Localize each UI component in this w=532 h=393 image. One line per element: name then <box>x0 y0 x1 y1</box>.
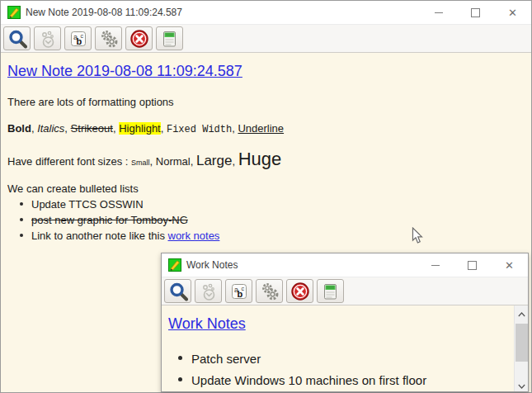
small-sample: Small <box>131 159 150 167</box>
spellcheck-button[interactable]: a c b <box>225 279 252 303</box>
close-button[interactable]: ✕ <box>494 1 531 24</box>
scroll-down-button[interactable] <box>515 377 528 391</box>
bullet-icon <box>178 356 182 360</box>
main-window-controls: ✕ <box>420 1 531 24</box>
work-notes-window: Work Notes ✕ a <box>161 253 529 392</box>
bold-sample: Bold <box>7 122 31 135</box>
bullet-icon <box>20 218 23 221</box>
notebook-button[interactable] <box>156 26 183 50</box>
search-icon <box>7 29 27 49</box>
list-item: Link to another note like this work note… <box>7 230 525 242</box>
bullet-icon <box>178 377 182 381</box>
close-button[interactable]: ✕ <box>491 253 528 277</box>
work-note-editor[interactable]: Work Notes Patch server Update Windows 1… <box>162 305 528 391</box>
minimize-icon <box>435 12 443 13</box>
scroll-up-button[interactable] <box>515 305 528 320</box>
scroll-down-icon <box>518 377 525 392</box>
strikeout-sample: Strikeout <box>71 122 113 135</box>
search-button[interactable] <box>164 279 191 303</box>
underline-sample: Underline <box>238 122 284 135</box>
separator: , <box>191 155 196 168</box>
highlight-sample: Highlight <box>119 122 161 135</box>
scroll-up-icon <box>518 305 525 320</box>
separator: , <box>150 155 156 168</box>
spellcheck-abc-icon: a c b <box>68 29 88 49</box>
main-titlebar[interactable]: New Note 2019-08-08 11:09:24.587 ✕ <box>1 1 531 25</box>
bullet-icon <box>20 234 23 237</box>
separator: , <box>161 122 167 135</box>
spellcheck-button[interactable]: a c b <box>64 26 92 50</box>
gears-icon <box>99 29 119 49</box>
huge-sample: Huge <box>238 149 282 170</box>
maximize-icon <box>468 261 477 270</box>
bulleted-list-block: We can create bulleted lists Update TTCS… <box>7 182 525 242</box>
work-notes-link[interactable]: work notes <box>168 230 220 242</box>
formatting-samples-line: Bold, Italics, Strikeout, Highlight, Fix… <box>7 122 525 135</box>
main-toolbar: a c b <box>1 25 531 53</box>
search-button[interactable] <box>3 26 31 50</box>
note-title-link[interactable]: New Note 2019-08-08 11:09:24.587 <box>7 63 242 80</box>
work-titlebar[interactable]: Work Notes ✕ <box>162 253 528 277</box>
work-window-controls: ✕ <box>417 253 528 277</box>
scrollbar-thumb[interactable] <box>516 324 528 362</box>
search-icon <box>168 282 188 301</box>
list-intro: We can create bulleted lists <box>7 182 525 195</box>
delete-note-button[interactable] <box>125 26 153 50</box>
note-title-link[interactable]: Work Notes <box>168 315 246 333</box>
work-bulleted-list: Patch server Update Windows 10 machines … <box>168 352 510 387</box>
separator: , <box>232 155 238 168</box>
minimize-button[interactable] <box>420 1 457 24</box>
dropdown-button[interactable] <box>34 26 61 50</box>
spellcheck-abc-icon: a c b <box>229 282 249 301</box>
main-window-title: New Note 2019-08-08 11:09:24.587 <box>26 7 182 18</box>
notebook-icon <box>321 282 341 301</box>
minimize-button[interactable] <box>417 253 454 277</box>
delete-note-button[interactable] <box>286 279 313 303</box>
dropdown-circles-icon <box>199 282 219 301</box>
font-sizes-label: Have different font sizes : <box>7 155 131 168</box>
list-item: Update Windows 10 machines on first floo… <box>168 373 510 387</box>
notebook-button[interactable] <box>317 279 344 303</box>
large-sample: Large <box>196 153 232 169</box>
list-item-text: Update Windows 10 machines on first floo… <box>191 373 426 387</box>
app-icon <box>168 258 181 272</box>
list-item: Patch server <box>168 352 510 366</box>
maximize-button[interactable] <box>454 253 491 277</box>
list-item-text: post new graphic for Tomboy-NG <box>31 214 188 226</box>
dropdown-button[interactable] <box>195 279 222 303</box>
close-icon: ✕ <box>508 7 517 18</box>
normal-sample: Normal <box>156 155 191 168</box>
svg-text:b: b <box>237 289 242 299</box>
dropdown-circles-icon <box>38 29 58 49</box>
delete-cross-icon <box>290 282 310 301</box>
font-sizes-line: Have different font sizes : Small, Norma… <box>7 149 525 170</box>
close-icon: ✕ <box>505 260 514 271</box>
list-item: Update TTCS OSSWIN <box>7 198 525 211</box>
tools-button[interactable] <box>95 26 122 50</box>
tools-button[interactable] <box>256 279 283 303</box>
gears-icon <box>260 282 280 301</box>
delete-cross-icon <box>129 29 149 49</box>
maximize-button[interactable] <box>457 1 494 24</box>
work-window-title: Work Notes <box>186 259 238 271</box>
maximize-icon <box>471 8 480 17</box>
svg-text:b: b <box>76 36 82 46</box>
minimize-icon <box>431 265 440 266</box>
notebook-icon <box>160 29 180 49</box>
list-item-text: Link to another note like this work note… <box>31 230 219 242</box>
app-icon <box>7 6 21 19</box>
fixed-width-sample: Fixed Width <box>167 124 232 135</box>
list-item: post new graphic for Tomboy-NG <box>7 214 525 226</box>
vertical-scrollbar[interactable] <box>514 305 528 391</box>
bullet-icon <box>20 202 23 206</box>
link-lead-text: Link to another note like this <box>31 230 168 242</box>
work-toolbar: a c b <box>162 277 528 305</box>
list-item-text: Update TTCS OSSWIN <box>31 198 144 211</box>
intro-paragraph: There are lots of formatting options <box>7 96 525 108</box>
separator: , <box>64 122 70 135</box>
italics-sample: Italics <box>37 122 64 135</box>
list-item-text: Patch server <box>191 352 261 366</box>
